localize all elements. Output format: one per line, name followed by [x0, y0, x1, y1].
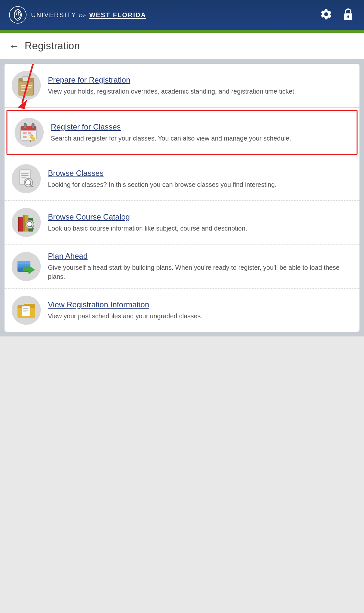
svg-rect-9 [21, 87, 32, 88]
header-icons [319, 7, 355, 23]
browse-classes-desc: Looking for classes? In this section you… [48, 181, 277, 188]
settings-button[interactable] [319, 7, 334, 23]
browse-classes-icon [12, 164, 41, 193]
svg-rect-26 [21, 177, 27, 178]
register-desc: Search and register for your classes. Yo… [51, 135, 291, 142]
prepare-content: Prepare for Registration View your holds… [48, 75, 352, 96]
svg-rect-33 [23, 215, 25, 232]
menu-item-register[interactable]: Register for Classes Search and register… [6, 110, 358, 155]
register-title[interactable]: Register for Classes [51, 122, 349, 131]
prepare-icon [12, 71, 41, 100]
svg-rect-17 [23, 132, 27, 134]
svg-rect-46 [23, 308, 28, 309]
prepare-title[interactable]: Prepare for Registration [48, 75, 352, 85]
browse-catalog-content: Browse Course Catalog Look up basic cour… [48, 212, 352, 233]
browse-classes-title[interactable]: Browse Classes [48, 169, 352, 178]
svg-rect-10 [21, 90, 28, 91]
svg-rect-45 [22, 306, 30, 316]
svg-rect-41 [17, 261, 30, 264]
view-registration-desc: View your past schedules and your ungrad… [48, 312, 203, 320]
svg-rect-47 [23, 310, 28, 311]
back-nav: ← Registration [0, 33, 364, 59]
menu-item-prepare[interactable]: Prepare for Registration View your holds… [5, 64, 359, 108]
app-header: UNIVERSITY of WEST FLORIDA [0, 0, 364, 31]
svg-rect-15 [24, 123, 27, 129]
content-area: Prepare for Registration View your holds… [0, 59, 364, 336]
svg-rect-3 [347, 16, 349, 18]
menu-item-plan-ahead[interactable]: Plan Ahead Give yourself a head start by… [5, 244, 359, 289]
prepare-desc: View your holds, registration overrides,… [48, 88, 296, 95]
plan-ahead-icon [12, 252, 41, 281]
svg-rect-24 [21, 173, 28, 174]
page-title: Registration [25, 40, 80, 52]
svg-rect-31 [18, 217, 19, 232]
svg-rect-18 [28, 132, 31, 134]
back-button[interactable]: ← [9, 40, 19, 51]
browse-catalog-title[interactable]: Browse Course Catalog [48, 212, 352, 221]
browse-classes-content: Browse Classes Looking for classes? In t… [48, 169, 352, 189]
register-wrapper: Register for Classes Search and register… [5, 108, 359, 157]
svg-rect-16 [32, 123, 34, 129]
svg-rect-25 [21, 175, 28, 176]
browse-catalog-icon [12, 208, 41, 237]
view-registration-icon [12, 296, 41, 325]
plan-ahead-title[interactable]: Plan Ahead [48, 252, 352, 261]
logo: UNIVERSITY of WEST FLORIDA [9, 6, 146, 24]
svg-rect-19 [23, 136, 27, 138]
svg-rect-44 [23, 268, 30, 271]
lock-button[interactable] [341, 7, 355, 23]
menu-list: Prepare for Registration View your holds… [5, 64, 359, 332]
menu-item-view-registration[interactable]: View Registration Information View your … [5, 289, 359, 332]
register-content: Register for Classes Search and register… [51, 122, 349, 143]
browse-catalog-desc: Look up basic course information like su… [48, 225, 247, 232]
register-icon [15, 118, 44, 147]
uwf-logo-icon [9, 6, 27, 24]
svg-rect-8 [21, 85, 32, 86]
logo-text: UNIVERSITY of WEST FLORIDA [31, 11, 146, 19]
svg-rect-48 [23, 312, 27, 312]
menu-item-browse-catalog[interactable]: Browse Course Catalog Look up basic cour… [5, 201, 359, 244]
svg-point-0 [9, 6, 26, 23]
view-registration-title[interactable]: View Registration Information [48, 300, 352, 309]
plan-ahead-content: Plan Ahead Give yourself a head start by… [48, 252, 352, 281]
menu-item-browse-classes[interactable]: Browse Classes Looking for classes? In t… [5, 157, 359, 201]
svg-rect-7 [24, 77, 29, 80]
plan-ahead-desc: Give yourself a head start by building p… [48, 264, 340, 280]
view-registration-content: View Registration Information View your … [48, 300, 352, 321]
